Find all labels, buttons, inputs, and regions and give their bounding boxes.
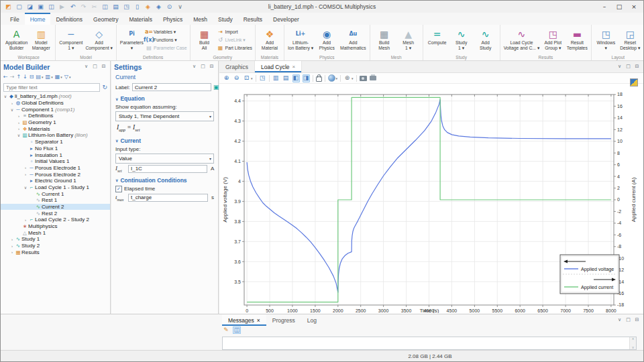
tree-expander-icon[interactable]: › xyxy=(9,250,15,254)
clear-model-icon[interactable]: ◈ xyxy=(154,3,163,11)
panel-dock-icon[interactable]: ⊟ xyxy=(208,63,215,70)
zoom-extents-icon[interactable]: ◳ xyxy=(259,74,266,82)
tree-expander-icon[interactable]: › xyxy=(16,121,21,125)
tree-expander-icon[interactable]: ∨ xyxy=(16,133,21,137)
tab-load-cycle[interactable]: Load Cycle× xyxy=(255,61,302,72)
model-tree-node-text-icon[interactable]: ▤ xyxy=(36,74,42,80)
tree-item-porous-electrode-1[interactable]: ›─Porous Electrode 1 xyxy=(1,165,110,172)
tree-item-geometry-1[interactable]: ›▧Geometry 1 xyxy=(1,119,110,126)
build-all-button[interactable]: ▦BuildAll xyxy=(193,26,217,52)
component-1-button[interactable]: ─Component1 ▾ xyxy=(58,26,84,52)
clear-messages-icon[interactable]: ✎ xyxy=(222,326,230,334)
tree-item-lithium-ion-battery[interactable]: ∨▥Lithium-Ion Battery(liion) xyxy=(1,132,110,139)
run-icon[interactable]: ▶ xyxy=(58,3,66,11)
tree-item-results[interactable]: ›▦Results xyxy=(1,249,110,256)
build-mesh-button[interactable]: ▦BuildMesh xyxy=(372,26,396,52)
tree-filter-input[interactable] xyxy=(3,83,100,92)
maximize-icon[interactable]: □ xyxy=(612,2,626,11)
panel-dock-icon[interactable]: ⊟ xyxy=(100,63,107,70)
tmax-input[interactable] xyxy=(128,194,208,202)
tree-item-load-cycle-2-study-2[interactable]: ›⌐Load Cycle 2 - Study 2 xyxy=(1,217,110,223)
tree-item-initial-values-1[interactable]: ▫Initial Values 1 xyxy=(1,158,110,165)
customize-toolbar-icon[interactable]: ∨ xyxy=(176,3,184,11)
collapse-all-icon[interactable]: ⊟ xyxy=(30,74,34,80)
continuation-section-header[interactable]: ∨ Continuation Conditions xyxy=(111,174,218,185)
add-physics-button[interactable]: ◉AddPhysics xyxy=(315,26,339,52)
tree-item-mesh-1[interactable]: △Mesh 1 xyxy=(1,229,110,236)
tab-messages[interactable]: Messages× xyxy=(222,314,266,326)
load-cycle-voltage-button[interactable]: ∿Load CycleVoltage and C... ▾ xyxy=(502,26,541,52)
menu-tab-definitions[interactable]: Definitions xyxy=(50,13,88,25)
menu-tab-geometry[interactable]: Geometry xyxy=(88,13,123,25)
lithium-ion-battery-button[interactable]: Li+Lithium-Ion Battery ▾ xyxy=(286,26,315,52)
mesh-1-button[interactable]: ▲Mesh1 ▾ xyxy=(396,26,421,52)
menu-tab-results[interactable]: Results xyxy=(238,13,268,25)
redo-icon[interactable]: ↷ xyxy=(79,3,88,11)
parameters-button[interactable]: PiParameters▾ xyxy=(119,26,145,52)
cut-icon[interactable]: ✂ xyxy=(90,3,99,11)
plot-settings-gear-icon[interactable]: ⊛ xyxy=(343,74,351,82)
tree-item-porous-electrode-2[interactable]: ›─Porous Electrode 2 xyxy=(1,171,110,178)
reset-desktop-button[interactable]: ◲ResetDesktop ▾ xyxy=(618,26,642,52)
panel-dock-icon[interactable]: ⊟ xyxy=(633,316,641,324)
save-as-icon[interactable]: ◫ xyxy=(47,3,56,11)
tree-expander-icon[interactable]: › xyxy=(23,218,28,222)
tree-item-global-definitions[interactable]: ›◍Global Definitions xyxy=(1,100,110,107)
tab-log[interactable]: Log xyxy=(301,314,323,326)
print-icon[interactable] xyxy=(370,76,376,80)
plot-window-right-icon[interactable]: ◨ xyxy=(303,74,310,82)
save-file-icon[interactable]: ▣ xyxy=(36,3,45,11)
color-theme-icon[interactable] xyxy=(328,74,335,82)
new-file-icon[interactable]: ▢ xyxy=(15,3,23,11)
tree-item-no-flux-1[interactable]: ▸No Flux 1 xyxy=(1,145,110,152)
tree-expander-icon[interactable]: › xyxy=(9,101,15,105)
zoom-in-icon[interactable]: ⊕ xyxy=(223,74,230,82)
functions-button[interactable]: f(x)Functions ▾ xyxy=(146,36,187,44)
minimize-icon[interactable]: – xyxy=(598,2,611,11)
compute-button[interactable]: =Compute xyxy=(425,26,449,46)
menu-tab-home[interactable]: Home xyxy=(25,13,51,25)
copy-icon[interactable]: ◫ xyxy=(101,3,109,11)
application-builder-button[interactable]: AApplicationBuilder xyxy=(4,26,29,52)
move-down-icon[interactable]: ↓ xyxy=(23,74,28,80)
tab-close-icon[interactable]: × xyxy=(257,317,260,324)
tree-item-rest-2[interactable]: ∿Rest 2 xyxy=(1,210,110,217)
tree-expander-icon[interactable]: › xyxy=(23,172,28,176)
tab-graphics[interactable]: Graphics xyxy=(219,61,255,72)
group-nodes-icon[interactable]: ▦ xyxy=(55,74,60,80)
open-file-icon[interactable]: ◪ xyxy=(25,3,34,11)
panel-float-icon[interactable]: □ xyxy=(91,63,99,70)
variables-button[interactable]: a=Variables ▾ xyxy=(146,28,187,36)
tab-close-icon[interactable]: × xyxy=(292,64,296,70)
search-icon[interactable]: ⊙ xyxy=(165,3,174,11)
panel-float-icon[interactable]: □ xyxy=(625,63,632,70)
tree-expander-icon[interactable]: › xyxy=(16,114,21,118)
plot-window-left-icon[interactable]: ◧ xyxy=(292,74,300,82)
panel-collapse-icon[interactable]: ∨ xyxy=(83,63,90,70)
move-up-icon[interactable]: ↑ xyxy=(16,74,21,80)
filter-nodes-icon[interactable]: ▽ xyxy=(64,74,68,80)
compact-history-icon[interactable]: ◈ xyxy=(144,3,152,11)
menu-tab-materials[interactable]: Materials xyxy=(123,13,157,25)
messages-content[interactable]: ∧ ∨ xyxy=(222,337,637,350)
panel-collapse-icon[interactable]: ∨ xyxy=(191,63,198,70)
add-plot-group-button[interactable]: ◳Add PlotGroup ▾ xyxy=(541,26,565,52)
input-type-dropdown[interactable]: Value ▾ xyxy=(115,154,214,164)
tree-expander-icon[interactable]: ∨ xyxy=(9,107,15,112)
add-mathematics-button[interactable]: ΔuAddMathematics xyxy=(339,26,368,52)
add-material-button[interactable]: ❖AddMaterial xyxy=(258,26,282,52)
comsol-logo[interactable]: ◩ xyxy=(4,3,13,11)
rename-label-icon[interactable]: ▣ xyxy=(213,84,219,90)
delete-icon[interactable]: ▯ xyxy=(133,3,142,11)
undo-icon[interactable]: ↶ xyxy=(68,3,77,11)
messages-scrollbar[interactable]: ∧ ∨ xyxy=(629,337,636,349)
tree-expander-icon[interactable]: › xyxy=(9,244,15,248)
menu-tab-physics[interactable]: Physics xyxy=(158,13,188,25)
show-hide-nodes-icon[interactable]: ▥ xyxy=(46,74,51,80)
tree-item-rest-1[interactable]: ∿Rest 1 xyxy=(1,197,110,204)
tree-expander-icon[interactable]: › xyxy=(9,237,15,241)
add-study-button[interactable]: ∿AddStudy xyxy=(474,26,498,52)
equation-section-header[interactable]: ∨ Equation xyxy=(111,92,218,103)
zoom-box-icon[interactable]: ⊡ xyxy=(243,74,250,82)
result-templates-button[interactable]: ▬ResultTemplates xyxy=(565,26,589,52)
